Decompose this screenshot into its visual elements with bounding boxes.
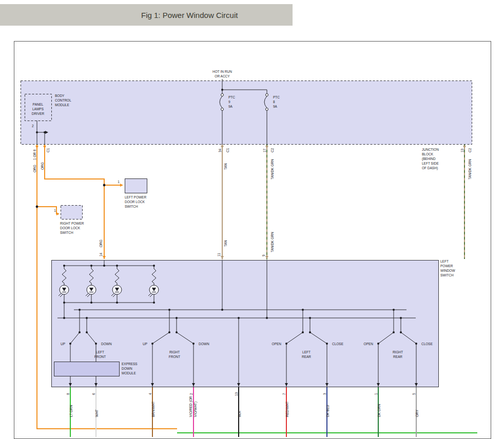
color-vio-red-2: VIO/WHT): [193, 402, 198, 417]
dot: [63, 302, 65, 304]
lr-left-label: OPEN: [272, 342, 282, 346]
panel-lamps-line2: LAMPS: [32, 107, 44, 111]
dot: [176, 317, 178, 319]
color-wht: WHT: [95, 409, 99, 417]
junction-block-band: PANEL LAMPS DRIVER BODY CONTROL MODULE 2: [21, 81, 472, 145]
tan-label-upper: TAN: [224, 163, 227, 170]
jblock-line2: BLOCK: [422, 152, 434, 156]
panel-lamps-line3: DRIVER: [32, 112, 45, 115]
pin-14-label: 14: [99, 252, 103, 256]
exit-b-conn: C1: [226, 148, 229, 152]
pin-1: 1: [374, 393, 378, 395]
dot: [415, 343, 417, 345]
right-door-lock-line1: RIGHT POWER: [60, 222, 84, 225]
jblock-line4: LEFT SIDE: [422, 162, 439, 165]
dot: [103, 265, 105, 267]
dot: [86, 317, 88, 319]
title-bar: Fig 1: Power Window Circuit: [0, 4, 293, 26]
dot: [266, 317, 268, 319]
left-door-lock-box: [125, 179, 147, 193]
left-door-lock-line2: DOOR LOCK: [125, 200, 145, 204]
lf-name-line2: FRONT: [94, 355, 106, 358]
dot: [302, 331, 304, 333]
dot: [221, 309, 223, 311]
dot: [151, 343, 153, 345]
right-door-lock-line2: DOOR LOCK: [60, 226, 81, 230]
tangrn-label-right: TAN/DK GRN: [468, 159, 472, 179]
rr-left-label: OPEN: [364, 342, 374, 346]
dot: [221, 89, 223, 91]
left-door-lock-line1: LEFT POWER: [125, 195, 146, 199]
hot-feed-line1: HOT IN RUN: [212, 70, 232, 73]
jblock-line1: JUNCTION: [422, 148, 439, 151]
rr-name-line1: RIGHT: [393, 350, 403, 354]
color-dk-grn: DK GRN: [377, 404, 381, 417]
rf-name-line1: RIGHT: [169, 350, 180, 354]
pin-4: 4: [148, 393, 152, 395]
window-switch-line4: SWITCH: [440, 273, 454, 277]
express-label-line3: MODULE: [122, 371, 136, 375]
lr-name-line2: REAR: [302, 355, 311, 358]
express-label-line1: EXPRESS: [122, 362, 138, 366]
window-switch-line1: LEFT: [440, 260, 449, 263]
bcm-label-line2: CONTROL: [55, 98, 71, 102]
junction-block-rect: [21, 81, 472, 145]
exit-b-pin: 34: [218, 148, 222, 152]
dot: [285, 343, 287, 345]
dot: [79, 331, 81, 333]
breaker1-terminal-top: [221, 94, 224, 96]
rr-name-line2: REAR: [393, 355, 402, 358]
exit-c-conn: C2: [270, 148, 274, 152]
bcm-label-line3: MODULE: [55, 103, 69, 107]
window-switch-line2: POWER: [440, 264, 453, 268]
dot: [44, 131, 46, 133]
lr-name-line1: LEFT: [302, 350, 311, 354]
dot: [168, 331, 170, 333]
rf-left-label: UP: [143, 342, 147, 346]
color-red-wht: RED/WHT: [285, 402, 289, 417]
pin-7: 7: [282, 393, 286, 395]
exit-a-conn: C1: [46, 148, 50, 152]
window-switch-line3: WINDOW: [440, 269, 455, 272]
exit-d-pin: 13: [460, 148, 464, 152]
breaker1-terminal-bottom: [221, 108, 224, 111]
rf-name-line2: FRONT: [169, 355, 180, 358]
breaker1-label-line3: 9A: [228, 105, 233, 108]
lf-left-label: UP: [61, 342, 65, 346]
tangrn-label-lower: TAN/DK GRN: [270, 232, 274, 252]
breaker2-terminal-top: [266, 94, 268, 96]
lr-right-label: CLOSE: [332, 342, 344, 346]
rr-right-label: CLOSE: [421, 342, 433, 346]
bcm-label-line1: BODY: [55, 94, 65, 97]
left-door-lock-pin: 1: [118, 180, 120, 184]
dot: [309, 331, 311, 333]
express-down-module-box: [54, 362, 120, 376]
right-door-lock-pin: 1: [54, 209, 56, 212]
exit-a-pin: 1 OR 8: [33, 149, 36, 160]
breaker2-label-line1: PTC: [273, 95, 280, 99]
org-label-b: ORG: [41, 162, 44, 170]
dot: [63, 317, 65, 319]
breaker2-terminal-bottom: [266, 108, 268, 111]
express-label-line2: DOWN: [122, 367, 132, 370]
dot: [36, 206, 38, 208]
dot: [69, 343, 71, 345]
panel-lamps-line1: PANEL: [33, 103, 44, 106]
dot: [393, 309, 395, 311]
wiring-diagram: Fig 1: Power Window Circuit HOT IN RUN O…: [0, 0, 504, 439]
color-blk: BLK: [238, 410, 241, 417]
dot: [153, 265, 155, 267]
breaker2-label-line2: 8: [273, 100, 275, 104]
breaker1-label-line2: 9: [228, 100, 230, 104]
breaker2-label-line3: 9A: [273, 105, 278, 108]
dot: [36, 131, 38, 133]
right-door-lock-box: [61, 206, 83, 220]
jblock-line5: OF DASH): [422, 166, 438, 170]
dot: [176, 331, 178, 333]
dot: [393, 331, 395, 333]
tan-label-lower: TAN: [224, 240, 227, 247]
color-brn-wht: BRN/WHT: [151, 402, 155, 417]
dot: [400, 317, 402, 319]
dot: [90, 265, 92, 267]
left-door-lock-line3: SWITCH: [125, 205, 138, 208]
